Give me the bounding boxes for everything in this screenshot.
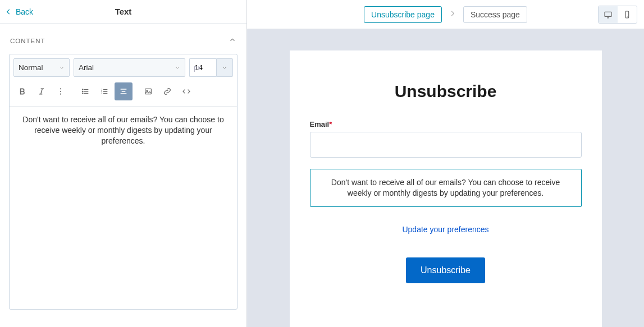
- unsubscribe-button[interactable]: Unsubscribe: [406, 257, 485, 283]
- font-controls-row: Normal Arial 14 px: [10, 54, 237, 77]
- page-tabs: Unsubscribe page Success page: [364, 6, 527, 23]
- svg-point-5: [83, 93, 83, 94]
- editor-header: Back Text: [0, 0, 246, 24]
- preview-panel: Unsubscribe page Success page Unsubscrib…: [247, 0, 644, 327]
- mobile-view-button[interactable]: [618, 6, 637, 23]
- formatting-toolbar: 123: [10, 77, 237, 106]
- rich-text-editor: Normal Arial 14 px: [9, 54, 237, 310]
- desktop-icon: [604, 10, 613, 19]
- email-label: Email*: [310, 120, 582, 128]
- svg-rect-11: [605, 12, 611, 16]
- more-formatting-button[interactable]: [52, 82, 70, 100]
- code-button[interactable]: [177, 82, 195, 100]
- svg-point-3: [83, 89, 83, 90]
- back-button[interactable]: Back: [4, 7, 33, 16]
- desktop-view-button[interactable]: [599, 6, 618, 23]
- editor-panel: Back Text CONTENT Normal Arial: [0, 0, 247, 327]
- font-size-unit: px: [194, 64, 201, 72]
- update-preferences-link[interactable]: Update your preferences: [310, 225, 582, 234]
- content-section: CONTENT Normal Arial 14 px: [0, 24, 246, 310]
- selected-text-block[interactable]: Don't want to receive all of our emails?…: [310, 169, 582, 207]
- svg-text:3: 3: [101, 92, 103, 95]
- image-button[interactable]: [139, 82, 157, 100]
- link-button[interactable]: [158, 82, 176, 100]
- svg-rect-9: [145, 89, 152, 94]
- back-label: Back: [16, 7, 33, 16]
- editor-textarea[interactable]: Don't want to receive all of our emails?…: [10, 107, 237, 309]
- numbered-list-button[interactable]: 123: [95, 82, 113, 100]
- unsubscribe-form-card: Unsubscribe Email* Don't want to receive…: [290, 50, 602, 327]
- svg-point-1: [60, 91, 61, 92]
- email-field[interactable]: [310, 132, 582, 158]
- font-family-value: Arial: [79, 63, 94, 72]
- device-toggle: [598, 6, 637, 24]
- chevron-right-icon: [449, 10, 456, 20]
- arrow-left-icon: [4, 8, 12, 16]
- preview-canvas: Unsubscribe Email* Don't want to receive…: [247, 29, 644, 327]
- text-style-select[interactable]: Normal: [13, 58, 70, 77]
- font-size-control: 14 px: [189, 58, 233, 77]
- chevron-up-icon: [229, 36, 236, 46]
- content-section-header[interactable]: CONTENT: [9, 24, 237, 54]
- chevron-down-icon: [59, 65, 65, 71]
- text-style-value: Normal: [19, 63, 43, 72]
- tab-success-page[interactable]: Success page: [463, 6, 527, 23]
- bullet-list-button[interactable]: [76, 82, 94, 100]
- align-center-button[interactable]: [115, 82, 133, 100]
- svg-point-0: [60, 88, 61, 89]
- tab-unsubscribe-page[interactable]: Unsubscribe page: [364, 6, 442, 23]
- required-asterisk: *: [329, 120, 332, 128]
- content-section-label: CONTENT: [10, 38, 45, 44]
- font-family-select[interactable]: Arial: [74, 58, 185, 77]
- italic-button[interactable]: [33, 82, 51, 100]
- preview-header: Unsubscribe page Success page: [247, 0, 644, 29]
- mobile-icon: [623, 10, 632, 19]
- submit-row: Unsubscribe: [310, 257, 582, 283]
- bold-button[interactable]: [13, 82, 31, 100]
- chevron-down-icon: [222, 65, 227, 71]
- panel-title: Text: [115, 7, 132, 16]
- form-title: Unsubscribe: [310, 82, 582, 101]
- svg-point-4: [83, 91, 83, 91]
- svg-point-2: [60, 94, 61, 95]
- chevron-down-icon: [175, 65, 180, 71]
- font-size-input[interactable]: 14 px: [189, 58, 216, 77]
- font-size-dropdown[interactable]: [216, 58, 233, 77]
